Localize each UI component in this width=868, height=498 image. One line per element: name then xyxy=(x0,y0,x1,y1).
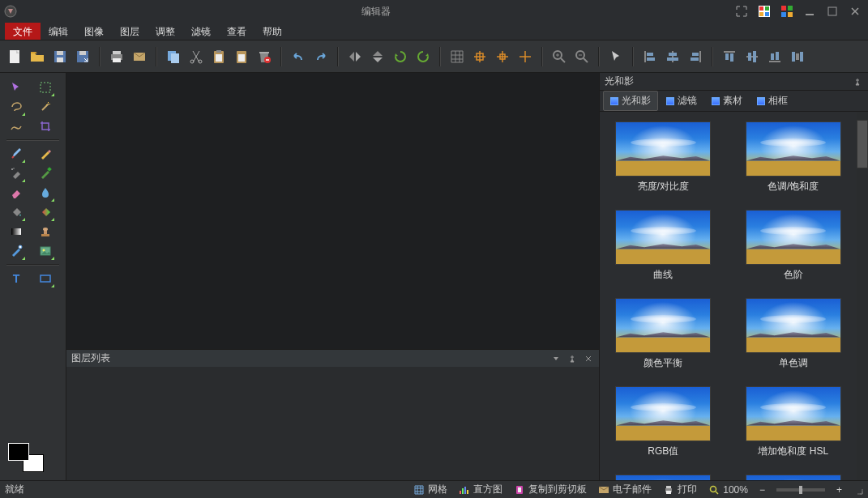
open-file-button[interactable] xyxy=(28,47,47,66)
magic-wand-tool[interactable] xyxy=(37,99,53,115)
fullscreen-icon[interactable] xyxy=(732,3,751,19)
close-button[interactable] xyxy=(845,3,865,19)
marker-tool[interactable] xyxy=(37,165,53,181)
pointer-button[interactable] xyxy=(606,47,626,66)
save-button[interactable] xyxy=(50,47,70,66)
shape-tool[interactable] xyxy=(37,270,53,287)
color-swatch[interactable] xyxy=(0,440,66,475)
crop-1-button[interactable] xyxy=(470,47,490,66)
align-center-v-button[interactable] xyxy=(742,47,762,66)
stamp-tool[interactable] xyxy=(37,223,53,240)
align-top-button[interactable] xyxy=(720,47,739,66)
new-file-button[interactable] xyxy=(5,47,24,66)
menu-adjust[interactable]: 调整 xyxy=(148,23,183,40)
tab-material[interactable]: 素材 xyxy=(705,92,749,110)
palette-icon[interactable] xyxy=(755,3,774,19)
select-tool[interactable] xyxy=(8,79,24,96)
scrollbar-thumb[interactable] xyxy=(857,120,868,168)
align-left-button[interactable] xyxy=(640,47,660,66)
zoom-out-button[interactable] xyxy=(572,47,592,66)
zoom-in-button[interactable] xyxy=(549,47,569,66)
menu-filter[interactable]: 滤镜 xyxy=(183,23,219,40)
tab-frame[interactable]: 相框 xyxy=(750,92,794,110)
maximize-button[interactable] xyxy=(823,3,842,19)
effect-hue-saturation[interactable]: 色调/饱和度 xyxy=(737,121,851,194)
effect-curves[interactable]: 曲线 xyxy=(606,210,720,282)
image-tool[interactable] xyxy=(37,243,53,259)
blur-tool[interactable] xyxy=(37,185,53,201)
pin-icon[interactable] xyxy=(852,76,863,87)
effect-monochrome[interactable]: 单色调 xyxy=(737,298,851,370)
grid-colors-icon[interactable] xyxy=(777,3,797,19)
align-bottom-button[interactable] xyxy=(765,47,785,66)
flip-h-button[interactable] xyxy=(345,47,365,66)
effect-hsl-boost[interactable]: 增加饱和度 HSL xyxy=(737,386,851,458)
effect-item[interactable] xyxy=(737,475,851,480)
airbrush-tool[interactable] xyxy=(8,165,24,181)
pin-icon[interactable] xyxy=(567,353,578,364)
crop-tool[interactable] xyxy=(37,118,53,134)
status-print[interactable]: 打印 xyxy=(663,483,697,496)
crop-3-button[interactable] xyxy=(515,47,535,66)
dropdown-icon[interactable] xyxy=(550,353,562,364)
text-tool[interactable]: T xyxy=(8,270,24,287)
zoom-slider[interactable] xyxy=(776,488,825,492)
gradient-tool[interactable] xyxy=(8,223,24,240)
path-tool[interactable] xyxy=(8,118,24,134)
effect-item[interactable] xyxy=(606,475,720,480)
effect-brightness-contrast[interactable]: 亮度/对比度 xyxy=(606,121,720,194)
gradient-bucket-tool[interactable] xyxy=(37,204,53,220)
effect-rgb[interactable]: RGB值 xyxy=(606,386,720,458)
scrollbar[interactable] xyxy=(857,112,868,480)
rotate-right-button[interactable] xyxy=(413,47,433,66)
fg-color-swatch[interactable] xyxy=(8,443,29,461)
heal-tool[interactable] xyxy=(8,243,24,259)
copy-button[interactable] xyxy=(164,47,183,66)
menu-help[interactable]: 帮助 xyxy=(254,23,290,40)
marquee-tool[interactable] xyxy=(37,79,53,96)
status-zoom-out[interactable]: − xyxy=(759,484,765,496)
crop-2-button[interactable] xyxy=(493,47,512,66)
redo-button[interactable] xyxy=(311,47,331,66)
effects-list[interactable]: 亮度/对比度 色调/饱和度 曲线 色阶 颜色平衡 单色调 RGB值 增加饱和度 … xyxy=(600,112,857,480)
menu-layer[interactable]: 图层 xyxy=(112,23,148,40)
canvas[interactable] xyxy=(66,73,599,349)
print-button[interactable] xyxy=(107,47,126,66)
distribute-button[interactable] xyxy=(788,47,807,66)
rotate-left-button[interactable] xyxy=(391,47,410,66)
cut-button[interactable] xyxy=(186,47,206,66)
status-grid[interactable]: 网格 xyxy=(413,483,447,496)
status-clipboard[interactable]: 复制到剪切板 xyxy=(514,483,587,496)
resize-grip-icon[interactable] xyxy=(853,485,863,495)
save-as-button[interactable] xyxy=(73,47,92,66)
align-right-button[interactable] xyxy=(686,47,705,66)
status-zoom-in[interactable]: + xyxy=(836,484,842,496)
brush-tool[interactable] xyxy=(8,146,24,162)
effect-levels[interactable]: 色阶 xyxy=(737,210,851,282)
undo-button[interactable] xyxy=(289,47,308,66)
menu-view[interactable]: 查看 xyxy=(219,23,254,40)
pencil-tool[interactable] xyxy=(37,146,53,162)
lasso-tool[interactable] xyxy=(8,99,24,115)
delete-button[interactable] xyxy=(254,47,274,66)
close-panel-icon[interactable] xyxy=(583,353,594,364)
tab-filter[interactable]: 滤镜 xyxy=(660,92,703,110)
align-center-h-button[interactable] xyxy=(663,47,682,66)
menu-image[interactable]: 图像 xyxy=(76,23,112,40)
layers-panel-body[interactable] xyxy=(66,367,599,480)
menu-edit[interactable]: 编辑 xyxy=(41,23,76,40)
minimize-button[interactable] xyxy=(800,3,819,19)
effect-color-balance[interactable]: 颜色平衡 xyxy=(606,298,720,370)
bucket-tool[interactable] xyxy=(8,204,24,220)
grid-button[interactable] xyxy=(447,47,467,66)
status-histogram[interactable]: 直方图 xyxy=(459,483,502,496)
flip-v-button[interactable] xyxy=(368,47,387,66)
paste-new-button[interactable] xyxy=(232,47,251,66)
eraser-tool[interactable] xyxy=(8,185,24,201)
status-email[interactable]: 电子邮件 xyxy=(598,483,652,496)
menu-file[interactable]: 文件 xyxy=(5,23,41,40)
tab-light-shadow[interactable]: 光和影 xyxy=(603,91,658,111)
email-button[interactable] xyxy=(130,47,149,66)
paste-button[interactable] xyxy=(209,47,229,66)
status-zoom[interactable]: 100% xyxy=(708,484,748,496)
